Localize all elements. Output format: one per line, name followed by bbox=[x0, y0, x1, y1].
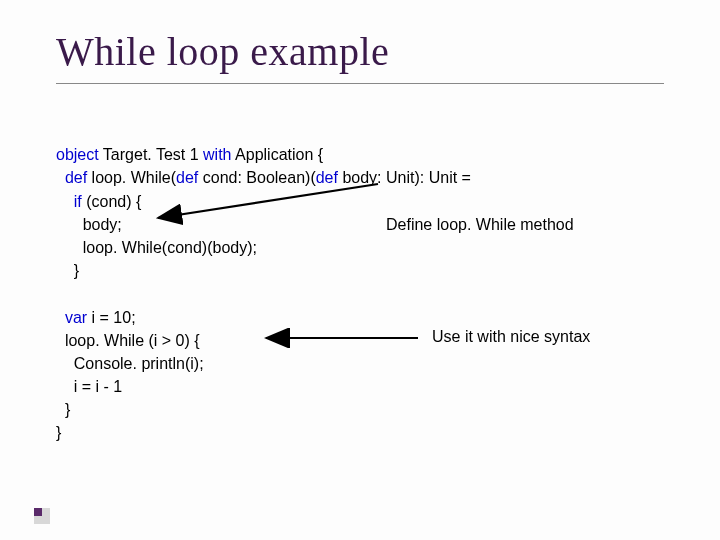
code-line: if (cond) { bbox=[56, 193, 141, 210]
code-line: } bbox=[56, 401, 70, 418]
keyword: if bbox=[74, 193, 82, 210]
code-indent bbox=[56, 309, 65, 326]
code-line: body; bbox=[56, 216, 122, 233]
code-text: i = 10; bbox=[87, 309, 135, 326]
keyword: object bbox=[56, 146, 99, 163]
code-text: (cond) { bbox=[82, 193, 142, 210]
code-line: loop. While(cond)(body); bbox=[56, 239, 257, 256]
code-blank bbox=[56, 285, 60, 302]
code-indent bbox=[56, 193, 74, 210]
code-line: loop. While (i > 0) { bbox=[56, 332, 200, 349]
code-indent bbox=[56, 169, 65, 186]
keyword: var bbox=[65, 309, 87, 326]
code-line: } bbox=[56, 262, 79, 279]
code-line: i = i - 1 bbox=[56, 378, 122, 395]
keyword: with bbox=[203, 146, 231, 163]
annotation-use: Use it with nice syntax bbox=[432, 328, 590, 346]
code-text: Target. Test 1 bbox=[99, 146, 203, 163]
keyword: def bbox=[176, 169, 198, 186]
code-line: Console. println(i); bbox=[56, 355, 204, 372]
page-title: While loop example bbox=[56, 28, 664, 84]
keyword: def bbox=[316, 169, 338, 186]
footer-accent-icon bbox=[34, 508, 50, 524]
annotation-define: Define loop. While method bbox=[386, 216, 574, 234]
code-line: var i = 10; bbox=[56, 309, 136, 326]
code-block: object Target. Test 1 with Application {… bbox=[56, 120, 664, 468]
code-text: cond: Boolean)( bbox=[198, 169, 315, 186]
code-text: loop. While( bbox=[87, 169, 176, 186]
code-line: } bbox=[56, 424, 61, 441]
code-text: body: Unit): Unit = bbox=[338, 169, 471, 186]
code-text: Application { bbox=[232, 146, 324, 163]
keyword: def bbox=[65, 169, 87, 186]
slide: While loop example object Target. Test 1… bbox=[0, 0, 720, 540]
svg-rect-5 bbox=[34, 508, 42, 516]
code-line: def loop. While(def cond: Boolean)(def b… bbox=[56, 169, 471, 186]
code-line: object Target. Test 1 with Application { bbox=[56, 146, 323, 163]
